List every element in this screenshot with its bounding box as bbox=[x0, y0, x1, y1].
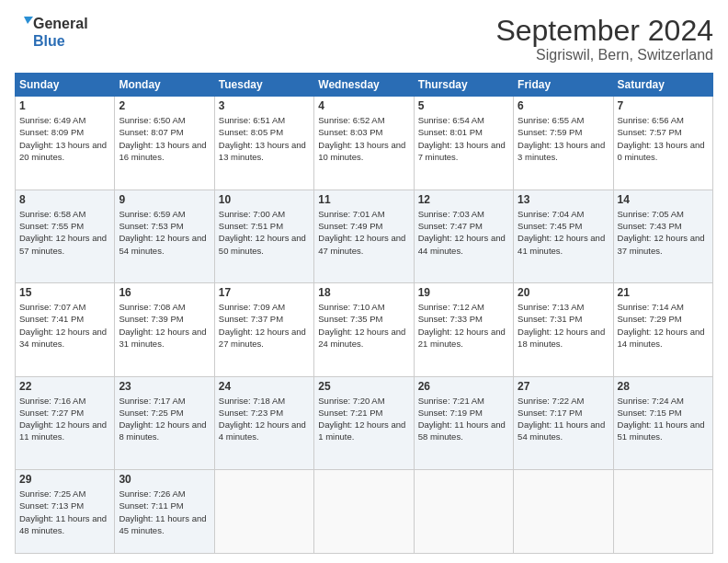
calendar-week-row: 1 Sunrise: 6:49 AM Sunset: 8:09 PM Dayli… bbox=[16, 97, 713, 190]
day-number: 19 bbox=[418, 286, 509, 299]
col-wednesday: Wednesday bbox=[314, 74, 414, 97]
sunset-label: Sunset: 7:25 PM bbox=[119, 408, 183, 418]
day-number: 12 bbox=[418, 193, 509, 206]
sunrise-label: Sunrise: 7:25 AM bbox=[19, 488, 85, 499]
sunset-label: Sunset: 7:51 PM bbox=[219, 221, 283, 231]
day-number: 6 bbox=[518, 99, 609, 112]
day-number: 7 bbox=[618, 99, 709, 112]
sunset-label: Sunset: 7:29 PM bbox=[618, 314, 682, 324]
sunrise-label: Sunrise: 7:03 AM bbox=[418, 209, 484, 219]
daylight-label: Daylight: 12 hours and 54 minutes. bbox=[119, 233, 206, 255]
logo-text-general: General bbox=[33, 16, 88, 32]
daylight-label: Daylight: 12 hours and 27 minutes. bbox=[219, 327, 306, 349]
table-row: 10 Sunrise: 7:00 AM Sunset: 7:51 PM Dayl… bbox=[214, 190, 313, 282]
sunrise-label: Sunrise: 7:01 AM bbox=[318, 209, 384, 219]
day-info: Sunrise: 6:50 AM Sunset: 8:07 PM Dayligh… bbox=[119, 114, 210, 163]
table-row: 20 Sunrise: 7:13 AM Sunset: 7:31 PM Dayl… bbox=[514, 283, 613, 376]
day-number: 14 bbox=[618, 193, 709, 206]
col-saturday: Saturday bbox=[613, 74, 712, 97]
day-info: Sunrise: 6:51 AM Sunset: 8:05 PM Dayligh… bbox=[219, 114, 310, 163]
sunrise-label: Sunrise: 7:16 AM bbox=[19, 396, 85, 406]
logo-text-blue: Blue bbox=[33, 33, 88, 50]
svg-marker-0 bbox=[24, 17, 33, 24]
sunrise-label: Sunrise: 7:22 AM bbox=[518, 396, 584, 406]
daylight-label: Daylight: 12 hours and 57 minutes. bbox=[19, 233, 107, 255]
sunrise-label: Sunrise: 7:13 AM bbox=[518, 302, 584, 312]
sunrise-label: Sunrise: 6:56 AM bbox=[618, 115, 684, 125]
daylight-label: Daylight: 11 hours and 51 minutes. bbox=[618, 419, 705, 442]
day-info: Sunrise: 7:25 AM Sunset: 7:13 PM Dayligh… bbox=[19, 488, 110, 536]
table-row: 4 Sunrise: 6:52 AM Sunset: 8:03 PM Dayli… bbox=[314, 97, 414, 190]
table-row: 29 Sunrise: 7:25 AM Sunset: 7:13 PM Dayl… bbox=[16, 470, 115, 554]
table-row: 14 Sunrise: 7:05 AM Sunset: 7:43 PM Dayl… bbox=[613, 190, 712, 282]
sunrise-label: Sunrise: 6:49 AM bbox=[19, 115, 85, 125]
sunrise-label: Sunrise: 7:26 AM bbox=[119, 488, 185, 499]
sunset-label: Sunset: 7:35 PM bbox=[318, 314, 382, 324]
sunrise-label: Sunrise: 6:51 AM bbox=[219, 115, 285, 125]
day-info: Sunrise: 7:04 AM Sunset: 7:45 PM Dayligh… bbox=[518, 208, 609, 257]
day-info: Sunrise: 7:01 AM Sunset: 7:49 PM Dayligh… bbox=[318, 208, 409, 257]
day-info: Sunrise: 6:54 AM Sunset: 8:01 PM Dayligh… bbox=[418, 114, 509, 163]
daylight-label: Daylight: 12 hours and 14 minutes. bbox=[618, 327, 705, 349]
day-number: 22 bbox=[19, 380, 110, 393]
day-info: Sunrise: 7:10 AM Sunset: 7:35 PM Dayligh… bbox=[318, 301, 409, 350]
day-number: 9 bbox=[119, 193, 210, 206]
day-info: Sunrise: 7:09 AM Sunset: 7:37 PM Dayligh… bbox=[219, 301, 310, 350]
daylight-label: Daylight: 12 hours and 31 minutes. bbox=[119, 327, 206, 349]
sunrise-label: Sunrise: 7:10 AM bbox=[318, 302, 384, 312]
daylight-label: Daylight: 12 hours and 50 minutes. bbox=[219, 233, 306, 255]
table-row bbox=[613, 470, 712, 554]
daylight-label: Daylight: 12 hours and 18 minutes. bbox=[518, 327, 605, 349]
sunrise-label: Sunrise: 7:07 AM bbox=[19, 302, 85, 312]
daylight-label: Daylight: 12 hours and 11 minutes. bbox=[19, 419, 107, 442]
day-info: Sunrise: 6:58 AM Sunset: 7:55 PM Dayligh… bbox=[19, 208, 110, 257]
day-number: 29 bbox=[19, 473, 110, 486]
day-info: Sunrise: 7:26 AM Sunset: 7:11 PM Dayligh… bbox=[119, 488, 210, 536]
table-row: 19 Sunrise: 7:12 AM Sunset: 7:33 PM Dayl… bbox=[414, 283, 513, 376]
sunset-label: Sunset: 7:39 PM bbox=[119, 314, 183, 324]
day-info: Sunrise: 7:20 AM Sunset: 7:21 PM Dayligh… bbox=[318, 395, 409, 443]
daylight-label: Daylight: 12 hours and 8 minutes. bbox=[119, 419, 206, 442]
sunset-label: Sunset: 7:47 PM bbox=[418, 221, 483, 231]
day-number: 10 bbox=[219, 193, 310, 206]
logo: General Blue bbox=[15, 15, 88, 50]
sunrise-label: Sunrise: 7:18 AM bbox=[219, 396, 285, 406]
sunrise-label: Sunrise: 7:14 AM bbox=[618, 302, 684, 312]
table-row: 27 Sunrise: 7:22 AM Sunset: 7:17 PM Dayl… bbox=[514, 376, 613, 469]
sunset-label: Sunset: 7:33 PM bbox=[418, 314, 483, 324]
day-info: Sunrise: 6:59 AM Sunset: 7:53 PM Dayligh… bbox=[119, 208, 210, 257]
sunset-label: Sunset: 8:05 PM bbox=[219, 127, 283, 137]
sunset-label: Sunset: 7:57 PM bbox=[618, 127, 682, 137]
col-thursday: Thursday bbox=[414, 74, 513, 97]
table-row: 9 Sunrise: 6:59 AM Sunset: 7:53 PM Dayli… bbox=[115, 190, 214, 282]
calendar-week-row: 22 Sunrise: 7:16 AM Sunset: 7:27 PM Dayl… bbox=[16, 376, 713, 469]
day-info: Sunrise: 6:55 AM Sunset: 7:59 PM Dayligh… bbox=[518, 114, 609, 163]
col-monday: Monday bbox=[115, 74, 214, 97]
sunset-label: Sunset: 7:19 PM bbox=[418, 408, 483, 418]
day-info: Sunrise: 7:24 AM Sunset: 7:15 PM Dayligh… bbox=[618, 395, 709, 443]
day-number: 21 bbox=[618, 286, 709, 299]
logo-container: General Blue bbox=[15, 15, 88, 50]
day-number: 24 bbox=[219, 380, 310, 393]
daylight-label: Daylight: 12 hours and 21 minutes. bbox=[418, 327, 506, 349]
day-number: 30 bbox=[119, 473, 210, 486]
daylight-label: Daylight: 12 hours and 47 minutes. bbox=[318, 233, 405, 255]
day-info: Sunrise: 6:56 AM Sunset: 7:57 PM Dayligh… bbox=[618, 114, 709, 163]
table-row bbox=[214, 470, 313, 554]
day-info: Sunrise: 7:13 AM Sunset: 7:31 PM Dayligh… bbox=[518, 301, 609, 350]
table-row: 21 Sunrise: 7:14 AM Sunset: 7:29 PM Dayl… bbox=[613, 283, 712, 376]
page: General Blue September 2024 Sigriswil, B… bbox=[0, 0, 728, 563]
day-info: Sunrise: 7:08 AM Sunset: 7:39 PM Dayligh… bbox=[119, 301, 210, 350]
day-number: 4 bbox=[318, 99, 409, 112]
daylight-label: Daylight: 11 hours and 48 minutes. bbox=[19, 513, 107, 535]
table-row: 8 Sunrise: 6:58 AM Sunset: 7:55 PM Dayli… bbox=[16, 190, 115, 282]
title-block: September 2024 Sigriswil, Bern, Switzerl… bbox=[495, 15, 713, 63]
day-number: 16 bbox=[119, 286, 210, 299]
daylight-label: Daylight: 13 hours and 10 minutes. bbox=[318, 140, 405, 162]
day-number: 27 bbox=[518, 380, 609, 393]
sunrise-label: Sunrise: 7:17 AM bbox=[119, 396, 185, 406]
sunrise-label: Sunrise: 6:55 AM bbox=[518, 115, 584, 125]
col-friday: Friday bbox=[514, 74, 613, 97]
day-info: Sunrise: 7:05 AM Sunset: 7:43 PM Dayligh… bbox=[618, 208, 709, 257]
calendar-week-row: 29 Sunrise: 7:25 AM Sunset: 7:13 PM Dayl… bbox=[16, 470, 713, 554]
